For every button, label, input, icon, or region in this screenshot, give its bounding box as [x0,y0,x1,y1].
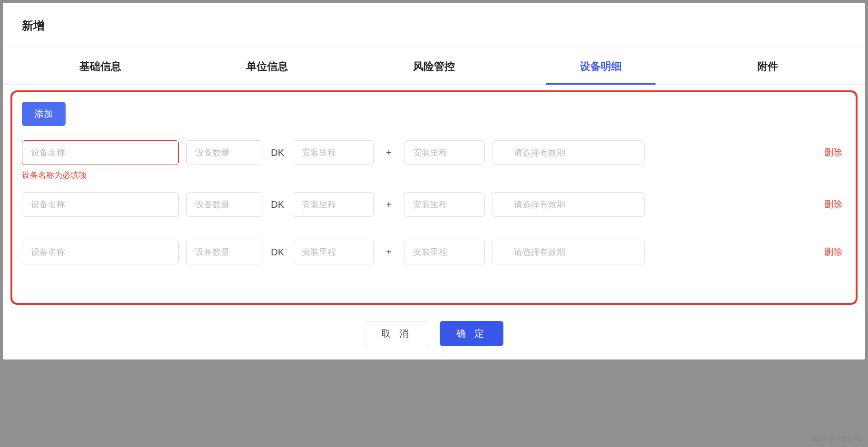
mileage-input-2[interactable] [404,192,485,217]
mileage-input-1[interactable] [293,192,374,217]
cancel-button[interactable]: 取 消 [365,321,428,346]
error-message: 设备名称为必填项 [22,170,846,181]
tab-device-detail[interactable]: 设备明细 [517,47,684,84]
dialog: 新增 基础信息 单位信息 风险管控 设备明细 附件 添加 DK + 删除 设备名… [3,3,865,360]
tab-unit-info[interactable]: 单位信息 [184,47,351,84]
dialog-title: 新增 [22,18,846,33]
mileage-input-1[interactable] [293,240,374,264]
device-qty-input[interactable] [186,192,262,217]
device-qty-input[interactable] [186,140,262,165]
delete-button[interactable]: 删除 [824,198,846,211]
date-wrapper [492,140,645,165]
dk-label: DK [270,247,285,258]
delete-button[interactable]: 删除 [824,246,846,258]
add-button[interactable]: 添加 [22,102,66,126]
plus-label: + [381,199,396,210]
validity-date-input[interactable] [492,140,645,165]
device-row: DK + 删除 [22,192,846,217]
dialog-header: 新增 [3,3,865,47]
mileage-input-2[interactable] [404,140,485,165]
plus-label: + [381,247,396,258]
dk-label: DK [270,147,285,158]
tabs: 基础信息 单位信息 风险管控 设备明细 附件 [3,47,865,85]
dk-label: DK [270,199,285,210]
validity-date-input[interactable] [492,240,645,264]
tab-content: 添加 DK + 删除 设备名称为必填项 DK + [10,90,858,305]
tab-risk-control[interactable]: 风险管控 [351,47,518,84]
date-wrapper [492,240,645,264]
dialog-footer: 取 消 确 定 [3,311,865,360]
plus-label: + [381,147,396,158]
delete-button[interactable]: 删除 [824,146,846,159]
device-name-input[interactable] [22,240,179,264]
device-row: DK + 删除 [22,140,846,165]
date-wrapper [492,192,645,217]
device-qty-input[interactable] [186,240,262,264]
mileage-input-2[interactable] [404,240,485,264]
validity-date-input[interactable] [492,192,645,217]
device-name-input[interactable] [22,192,179,217]
mileage-input-1[interactable] [293,140,374,165]
device-row: DK + 删除 [22,240,846,264]
device-name-input[interactable] [22,140,179,165]
tab-attachment[interactable]: 附件 [684,47,851,84]
confirm-button[interactable]: 确 定 [440,321,503,346]
tab-basic-info[interactable]: 基础信息 [17,47,184,84]
